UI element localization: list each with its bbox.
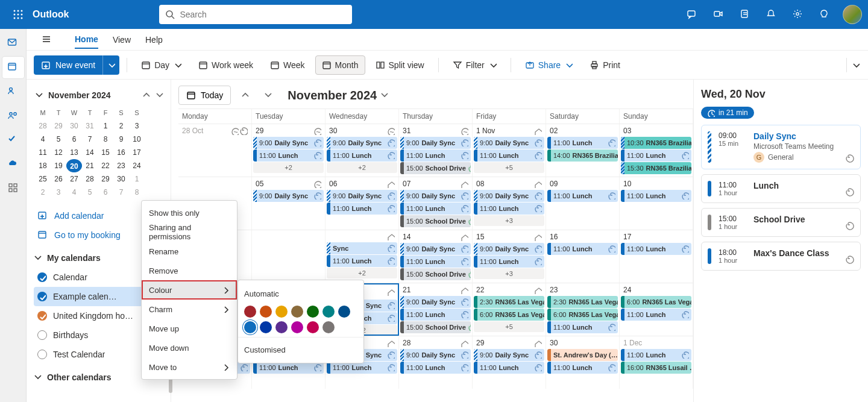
month-cell[interactable]: 0310:30RN365 Brazilian11:00Lunch15:30RN3… [620,124,693,177]
calendar-event[interactable]: 11:00Lunch [547,243,618,255]
mini-day[interactable]: 4 [66,186,82,199]
calendar-event[interactable]: 11:00Lunch [400,256,471,268]
colour-swatch[interactable] [244,306,256,318]
mini-cal-prev[interactable] [140,89,153,101]
colour-swatch[interactable] [322,306,335,318]
calendar-event[interactable]: 11:00Lunch [547,321,618,333]
mini-day[interactable]: 6 [98,186,113,199]
colour-swatch[interactable] [260,321,272,333]
calendar-event[interactable]: 11:00Lunch [327,255,397,267]
mini-day[interactable]: 4 [35,133,51,146]
calendar-event[interactable]: 9:00Daily Sync [327,137,397,149]
agenda-item[interactable]: 11:001 hourLunch [701,174,861,203]
colour-swatch[interactable] [244,321,256,333]
calendar-event[interactable]: 11:00Lunch [621,149,691,162]
calendar-event[interactable]: 9:00Daily Sync [400,243,471,255]
calendar-event[interactable]: 6:00RN365 Las Vegas [621,296,691,308]
month-cell[interactable]: 0211:00Lunch14:00RN365 Brazilian [546,124,620,177]
mini-day[interactable]: 1 [98,119,113,133]
month-cell[interactable]: 30St. Andrew's Day (…11:00Lunch [546,336,620,389]
calendar-event[interactable]: 9:00Daily Sync [474,137,544,149]
month-cell[interactable]: Sync11:00Lunch+2 [326,230,399,283]
mini-day[interactable]: 28 [82,172,98,186]
mini-day[interactable]: 5 [82,186,98,199]
mini-day[interactable]: 15 [98,146,113,159]
colour-swatch[interactable] [275,321,288,333]
mini-day[interactable]: 17 [129,146,145,159]
mini-day[interactable]: 23 [113,159,129,172]
more-events-button[interactable]: +2 [253,162,324,173]
calendar-event[interactable]: 9:00Daily Sync [400,349,471,361]
calendar-event[interactable]: 11:00Lunch [547,362,618,374]
agenda-item[interactable]: 09:0015 minDaily SyncMicrosoft Teams Mee… [701,125,861,169]
month-cell[interactable]: 1 Dec11:00Lunch16:00RN365 Lusail … [620,336,693,389]
tab-help[interactable]: Help [145,31,163,48]
calendar-event[interactable]: 15:00School Drive [400,321,471,333]
ribbon-overflow-icon[interactable] [846,58,861,72]
mini-day[interactable]: 19 [51,159,66,172]
calendar-event[interactable]: 9:00Daily Sync [327,190,397,202]
calendar-event[interactable]: 11:00Lunch [253,149,324,162]
filter-button[interactable]: Filter [446,55,503,75]
mini-day[interactable]: 10 [129,133,145,146]
month-cell[interactable]: 079:00Daily Sync11:00Lunch15:00School Dr… [399,177,473,230]
rail-groups[interactable] [2,105,24,127]
month-cell[interactable]: 1611:00Lunch [546,230,620,283]
calendar-checkbox[interactable] [37,292,47,301]
more-events-button[interactable]: +3 [474,215,544,226]
mini-day[interactable]: 26 [51,172,66,186]
mini-day[interactable]: 18 [35,159,51,172]
calendar-event[interactable]: 2:30RN365 Las Vegas [474,296,544,308]
month-cell[interactable]: 219:00Daily Sync11:00Lunch15:00School Dr… [399,283,473,336]
rail-mail[interactable] [2,33,24,54]
agenda-item[interactable]: 15:001 hourSchool Drive [701,208,861,237]
calendar-event[interactable]: 11:00Lunch [621,349,691,361]
rail-calendar[interactable] [2,57,24,78]
calendar-event[interactable]: 11:00Lunch [621,309,691,321]
calendar-event[interactable]: 6:00RN365 Las Vegas [547,309,618,321]
calendar-event[interactable]: 11:00Lunch [547,190,618,202]
mini-day[interactable]: 8 [98,133,113,146]
view-month-button[interactable]: Month [315,55,365,75]
ctx-charm[interactable]: Charm [142,300,237,319]
calendar-event[interactable]: 11:00Lunch [547,137,618,149]
calendar-checkbox[interactable] [37,330,47,340]
ctx-colour[interactable]: Colour [142,280,237,300]
tab-view[interactable]: View [113,31,131,48]
calendar-checkbox[interactable] [37,350,47,359]
mini-day[interactable]: 20 [66,159,82,172]
ctx-sharing-and-permissions[interactable]: Sharing and permissions [142,222,237,242]
ctx-remove[interactable]: Remove [142,261,237,280]
view-split-button[interactable]: Split view [369,55,431,75]
mini-day[interactable]: 6 [66,133,82,146]
month-cell[interactable]: 1011:00Lunch [620,177,693,230]
teams-chat-icon[interactable] [680,2,704,27]
month-cell[interactable]: 059:00Daily Sync [252,177,326,230]
nav-toggle-icon[interactable] [36,29,58,51]
calendar-event[interactable]: 6:00RN365 Las Vegas [474,309,544,321]
search-input[interactable] [175,10,346,19]
more-events-button[interactable]: +5 [474,162,544,173]
mini-cal-collapse-icon[interactable] [35,91,43,99]
ctx-move-down[interactable]: Move down [142,338,237,357]
calendar-event[interactable]: 9:00Daily Sync [400,190,471,202]
calendar-event[interactable]: 11:00Lunch [474,203,544,215]
calendar-event[interactable]: 11:00Lunch [474,149,544,162]
calendar-event[interactable]: 11:00Lunch [400,203,471,215]
next-month-button[interactable] [260,87,277,104]
mini-day[interactable]: 21 [82,159,98,172]
notifications-icon[interactable] [760,2,784,27]
rail-onedrive[interactable] [2,153,24,175]
mini-day[interactable]: 30 [113,172,129,186]
mini-day[interactable]: 16 [113,146,129,159]
mini-day[interactable]: 5 [51,133,66,146]
colour-swatch[interactable] [291,321,303,333]
calendar-event[interactable]: St. Andrew's Day (… [547,349,618,361]
month-cell[interactable]: 246:00RN365 Las Vegas11:00Lunch [620,283,693,336]
app-launcher-icon[interactable] [6,9,30,20]
calendar-event[interactable]: 11:00Lunch [327,203,397,215]
calendar-event[interactable]: 14:00RN365 Brazilian [547,149,618,162]
colour-swatch[interactable] [291,306,303,318]
prev-month-button[interactable] [237,87,254,104]
ctx-move-to[interactable]: Move to [142,357,237,377]
